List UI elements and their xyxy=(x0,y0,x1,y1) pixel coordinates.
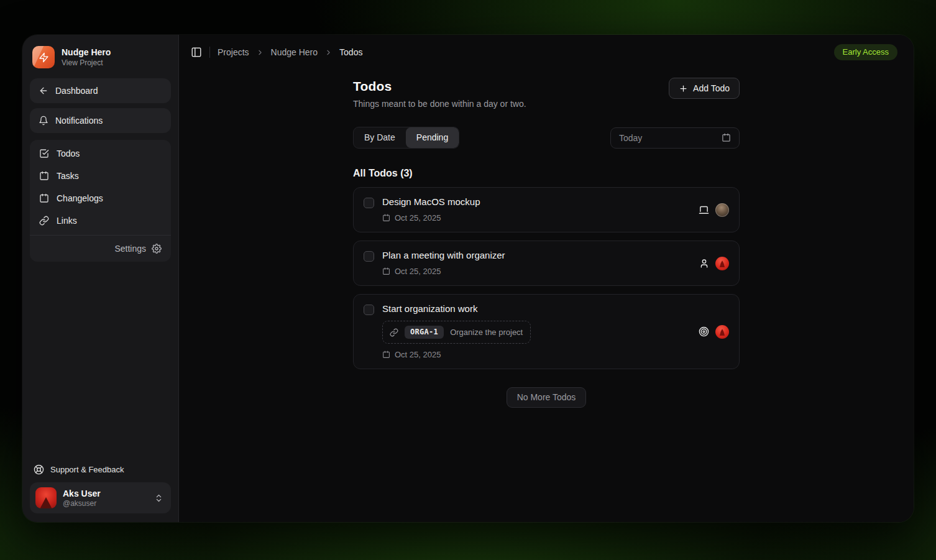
assignee-avatar[interactable] xyxy=(715,325,729,339)
todo-date-label: Oct 25, 2025 xyxy=(395,267,441,276)
sidebar-item-tasks[interactable]: Tasks xyxy=(30,165,171,187)
add-todo-button[interactable]: Add Todo xyxy=(669,78,740,99)
page-title: Todos xyxy=(353,79,526,94)
plus-icon xyxy=(679,84,688,93)
project-header[interactable]: Nudge Hero View Project xyxy=(30,45,171,78)
list-end-row: No More Todos xyxy=(353,387,740,408)
app-window: Nudge Hero View Project Dashboard Notifi… xyxy=(22,35,914,522)
sidebar-item-dashboard[interactable]: Dashboard xyxy=(30,78,171,103)
calendar-icon xyxy=(39,193,49,203)
sidebar-item-todos[interactable]: Todos xyxy=(30,142,171,165)
topbar-divider xyxy=(209,47,210,58)
user-menu[interactable]: Aks User @aksuser xyxy=(30,482,171,513)
sidebar-item-label: Tasks xyxy=(57,171,79,181)
project-header-text: Nudge Hero View Project xyxy=(62,47,111,67)
sidebar-item-label: Settings xyxy=(114,244,146,254)
sidebar-item-label: Todos xyxy=(57,149,80,158)
no-more-todos-button[interactable]: No More Todos xyxy=(507,387,587,408)
breadcrumb-project[interactable]: Nudge Hero xyxy=(271,47,318,57)
calendar-icon xyxy=(382,214,390,222)
view-tabs: By Date Pending xyxy=(353,127,459,149)
todo-title: Plan a meeting with organizer xyxy=(382,250,691,260)
breadcrumb: Projects Nudge Hero Todos xyxy=(218,47,362,57)
lightning-bolt-icon xyxy=(39,52,49,63)
chevron-right-icon xyxy=(324,48,333,57)
user-handle: @aksuser xyxy=(63,499,148,508)
laptop-icon xyxy=(699,204,709,215)
user-icon xyxy=(699,259,709,269)
sidebar-item-label: Notifications xyxy=(55,116,103,126)
user-name: Aks User xyxy=(63,489,148,498)
toolbar: By Date Pending Today xyxy=(353,127,740,149)
breadcrumb-page: Todos xyxy=(339,47,362,57)
check-square-icon xyxy=(39,149,49,158)
page-header-text: Todos Things meant to be done within a d… xyxy=(353,79,526,109)
support-feedback-label: Support & Feedback xyxy=(50,465,124,474)
todo-title: Start organization work xyxy=(382,303,691,314)
page-subtitle: Things meant to be done within a day or … xyxy=(353,99,526,109)
sidebar-item-changelogs[interactable]: Changelogs xyxy=(30,187,171,209)
todo-card[interactable]: Plan a meeting with organizer Oct 25, 20… xyxy=(353,241,740,286)
content: Todos Things meant to be done within a d… xyxy=(353,70,740,408)
date-filter[interactable]: Today xyxy=(610,127,740,149)
breadcrumb-projects[interactable]: Projects xyxy=(218,47,249,57)
avatar xyxy=(35,487,57,508)
assignee-avatar[interactable] xyxy=(715,257,729,270)
arrow-left-icon xyxy=(39,86,48,96)
gear-icon xyxy=(152,244,162,254)
early-access-badge: Early Access xyxy=(834,44,897,60)
tab-pending[interactable]: Pending xyxy=(406,127,459,148)
main-panel: Projects Nudge Hero Todos Early Access T… xyxy=(179,35,914,522)
project-name: Nudge Hero xyxy=(62,47,111,57)
todo-body: Design MacOS mockup Oct 25, 2025 xyxy=(382,196,691,223)
todos-list-heading: All Todos (3) xyxy=(353,168,740,179)
sidebar-spacer xyxy=(30,262,171,461)
lifebuoy-icon xyxy=(34,464,44,475)
todo-checkbox[interactable] xyxy=(364,251,374,262)
todo-checkbox[interactable] xyxy=(364,198,374,208)
page-header: Todos Things meant to be done within a d… xyxy=(353,79,740,109)
add-todo-label: Add Todo xyxy=(693,83,730,93)
chevrons-up-down-icon xyxy=(154,493,163,503)
link-icon xyxy=(39,216,49,226)
support-feedback-link[interactable]: Support & Feedback xyxy=(30,461,171,482)
date-filter-placeholder: Today xyxy=(619,133,642,143)
user-meta: Aks User @aksuser xyxy=(63,489,148,508)
topbar: Projects Nudge Hero Todos Early Access xyxy=(179,35,914,70)
tab-by-date[interactable]: By Date xyxy=(354,127,406,148)
assignee-avatar[interactable] xyxy=(715,203,729,217)
sidebar: Nudge Hero View Project Dashboard Notifi… xyxy=(22,35,179,522)
link-icon xyxy=(390,328,398,337)
target-icon xyxy=(699,326,709,337)
todo-checkbox[interactable] xyxy=(364,305,374,315)
sidebar-nav-group: Todos Tasks Changelogs Links xyxy=(30,140,171,262)
calendar-icon xyxy=(382,351,390,359)
todo-due-date: Oct 25, 2025 xyxy=(382,267,691,276)
sidebar-item-label: Links xyxy=(57,216,77,226)
calendar-icon xyxy=(382,267,390,275)
todo-title: Design MacOS mockup xyxy=(382,196,691,207)
todo-side xyxy=(699,196,729,223)
todo-card[interactable]: Start organization work ORGA-1 Organize … xyxy=(353,294,740,369)
app-logo xyxy=(32,46,55,68)
todo-side xyxy=(699,303,729,359)
view-project-link[interactable]: View Project xyxy=(62,58,111,67)
calendar-icon xyxy=(39,171,49,181)
todo-due-date: Oct 25, 2025 xyxy=(382,213,691,223)
sidebar-item-notifications[interactable]: Notifications xyxy=(30,108,171,133)
sidebar-item-links[interactable]: Links xyxy=(30,209,171,232)
todo-card[interactable]: Design MacOS mockup Oct 25, 2025 xyxy=(353,187,740,232)
todo-date-label: Oct 25, 2025 xyxy=(395,350,441,359)
linked-task-chip[interactable]: ORGA-1 Organize the project xyxy=(382,321,531,344)
todo-due-date: Oct 25, 2025 xyxy=(382,350,691,359)
sidebar-item-settings[interactable]: Settings xyxy=(30,235,171,262)
chevron-right-icon xyxy=(256,48,264,57)
todo-body: Plan a meeting with organizer Oct 25, 20… xyxy=(382,250,691,276)
sidebar-item-label: Dashboard xyxy=(55,86,98,96)
todo-date-label: Oct 25, 2025 xyxy=(395,213,441,223)
linked-task-title: Organize the project xyxy=(450,328,523,337)
calendar-icon xyxy=(722,133,731,142)
sidebar-toggle-button[interactable] xyxy=(191,47,202,58)
sidebar-item-label: Changelogs xyxy=(57,193,103,203)
todo-body: Start organization work ORGA-1 Organize … xyxy=(382,303,691,359)
